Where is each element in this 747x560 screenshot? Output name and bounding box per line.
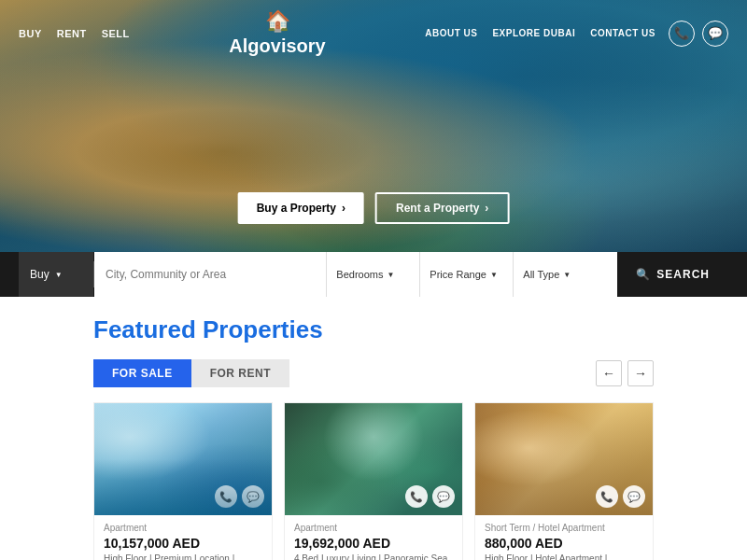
card-action-icons-1: 📞 💬 [215, 485, 264, 508]
nav-about[interactable]: ABOUT US [425, 28, 477, 38]
nav-buy[interactable]: BUY [19, 28, 42, 39]
card-type-1: Apartment [104, 523, 262, 533]
nav-right-links: ABOUT US EXPLORE DUBAI CONTACT US [425, 28, 655, 38]
tab-for-sale[interactable]: FOR SALE [93, 359, 191, 387]
card-whatsapp-btn-2[interactable]: 💬 [432, 485, 455, 508]
phone-icon-btn[interactable]: 📞 [669, 21, 695, 47]
whatsapp-icon: 💬 [708, 26, 723, 40]
card-action-icons-3: 📞 💬 [596, 485, 645, 508]
property-tabs: FOR SALE FOR RENT ← → [93, 359, 654, 387]
card-phone-btn-2[interactable]: 📞 [405, 485, 428, 508]
tabs-left: FOR SALE FOR RENT [93, 359, 289, 387]
card-desc-2: 4 Bed Luxury Living | Panoramic Sea View… [294, 553, 453, 560]
card-phone-btn-1[interactable]: 📞 [215, 485, 237, 508]
card-body-3: Short Term / Hotel Apartment 880,000 AED… [475, 515, 653, 560]
card-action-icons-2: 📞 💬 [405, 485, 455, 508]
nav-contact[interactable]: CONTACT US [590, 28, 655, 38]
nav-logo[interactable]: 🏠 Algovisory [229, 9, 325, 57]
prev-button[interactable]: ← [596, 360, 622, 386]
whatsapp-icon-btn[interactable]: 💬 [702, 21, 728, 47]
hero-buttons: Buy a Property › Rent a Property › [238, 192, 510, 224]
card-price-1: 10,157,000 AED [104, 536, 262, 551]
tab-for-rent[interactable]: FOR RENT [191, 359, 289, 387]
card-type-3: Short Term / Hotel Apartment [485, 523, 643, 533]
nav-left: BUY RENT SELL [19, 28, 130, 39]
phone-icon: 📞 [674, 26, 689, 40]
search-button[interactable]: 🔍 SEARCH [617, 252, 728, 297]
type-dropdown[interactable]: All Type ▼ [513, 252, 606, 297]
section-title: Featured Properties [93, 315, 654, 344]
card-phone-btn-3[interactable]: 📞 [596, 485, 618, 508]
card-desc-3: High Floor | Hotel Apartment | Investors… [485, 553, 643, 560]
bedrooms-dropdown[interactable]: Bedrooms ▼ [326, 252, 419, 297]
card-type-2: Apartment [294, 523, 453, 533]
card-body-2: Apartment 19,692,000 AED 4 Bed Luxury Li… [285, 515, 462, 560]
card-whatsapp-btn-3[interactable]: 💬 [623, 485, 645, 508]
card-desc-1: High Floor | Premium Location | Branded … [104, 553, 262, 560]
buy-property-button[interactable]: Buy a Property › [238, 192, 364, 224]
chevron-down-icon-3: ▼ [490, 271, 498, 279]
search-input[interactable] [106, 268, 326, 281]
card-image-2: 📞 💬 [285, 403, 462, 515]
nav-icons: 📞 💬 [669, 21, 728, 47]
property-card-1[interactable]: 📞 💬 Apartment 10,157,000 AED High Floor … [93, 402, 273, 560]
chevron-down-icon-2: ▼ [387, 271, 394, 279]
card-price-3: 880,000 AED [485, 536, 643, 551]
card-image-1: 📞 💬 [94, 403, 272, 515]
rent-property-button[interactable]: Rent a Property › [375, 192, 509, 224]
main-content: Featured Properties FOR SALE FOR RENT ← … [0, 297, 747, 560]
card-price-2: 19,692,000 AED [294, 536, 453, 551]
arrow-icon: › [342, 202, 345, 215]
property-card-3[interactable]: 📞 💬 Short Term / Hotel Apartment 880,000… [474, 402, 654, 560]
arrow-icon-2: › [485, 202, 488, 215]
search-bar: Buy ▼ Bedrooms ▼ Price Range ▼ All Type … [0, 252, 747, 297]
card-image-3: 📞 💬 [475, 403, 653, 515]
type-select[interactable]: Buy ▼ [19, 252, 93, 297]
navbar: BUY RENT SELL 🏠 Algovisory ABOUT US EXPL… [0, 0, 747, 66]
search-icon: 🔍 [636, 268, 651, 281]
chevron-down-icon: ▼ [55, 271, 63, 279]
logo-text: Algovisory [229, 35, 325, 57]
card-whatsapp-btn-1[interactable]: 💬 [242, 485, 264, 508]
nav-sell[interactable]: SELL [102, 28, 130, 39]
price-dropdown[interactable]: Price Range ▼ [419, 252, 513, 297]
chevron-down-icon-4: ▼ [563, 271, 571, 279]
property-cards-row: 📞 💬 Apartment 10,157,000 AED High Floor … [93, 402, 654, 560]
property-card-2[interactable]: 📞 💬 Apartment 19,692,000 AED 4 Bed Luxur… [284, 402, 463, 560]
card-body-1: Apartment 10,157,000 AED High Floor | Pr… [94, 515, 272, 560]
tab-navigation: ← → [596, 360, 654, 386]
nav-explore[interactable]: EXPLORE DUBAI [492, 28, 575, 38]
search-input-wrap: Bedrooms ▼ Price Range ▼ All Type ▼ [94, 252, 617, 297]
nav-rent[interactable]: RENT [57, 28, 87, 39]
next-button[interactable]: → [627, 360, 654, 386]
logo-icon: 🏠 [265, 9, 290, 34]
